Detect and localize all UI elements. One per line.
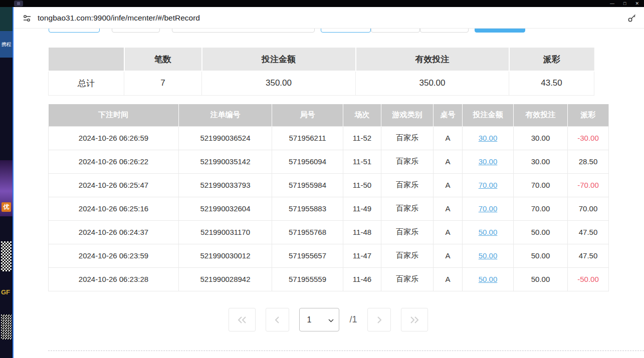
cell-bet-amount: 70.00	[463, 197, 514, 220]
bet-amount-link[interactable]: 50.00	[479, 251, 498, 260]
cell-table-no: A	[434, 173, 463, 197]
search-input-partial[interactable]	[172, 29, 315, 33]
summary-header-payout: 派彩	[509, 48, 594, 71]
cell-game-type: 百家乐	[381, 150, 434, 173]
summary-header-row: 笔数 投注金额 有效投注 派彩	[49, 48, 594, 71]
browser-titlebar: — □ ✕	[0, 0, 644, 7]
cell-order-id: 521990030012	[179, 244, 272, 267]
cell-round-id: 571955768	[272, 220, 343, 244]
maximize-button[interactable]: □	[623, 1, 626, 6]
summary-header-count: 笔数	[124, 48, 202, 71]
bet-row: 2024-10-26 06:25:16521990032604571955883…	[49, 197, 609, 220]
bet-amount-link[interactable]: 70.00	[479, 204, 498, 213]
url-field[interactable]: tongbao31.com:9900/infe/mcenter/#/betRec…	[38, 7, 200, 29]
strip-you-badge: 优	[2, 202, 11, 212]
cell-bet-time: 2024-10-26 06:25:16	[49, 197, 179, 220]
summary-total-payout: 43.50	[509, 71, 594, 95]
cell-game-type: 百家乐	[381, 244, 434, 267]
summary-total-valid-bet: 350.00	[356, 71, 509, 95]
cell-round-id: 571955657	[272, 244, 343, 267]
summary-total-label: 总计	[49, 71, 124, 95]
cell-valid-bet: 50.00	[514, 244, 568, 267]
cell-session: 11-51	[343, 150, 381, 173]
cell-valid-bet: 30.00	[514, 126, 568, 150]
cell-order-id: 521990028942	[179, 267, 272, 291]
minimize-button[interactable]: —	[610, 1, 614, 6]
address-bar: tongbao31.com:9900/infe/mcenter/#/betRec…	[14, 7, 644, 29]
cell-bet-amount: 30.00	[463, 150, 514, 173]
filter-tab-partial-2[interactable]	[112, 29, 160, 33]
next-page-button[interactable]	[367, 308, 391, 331]
qr-code-icon-2	[1, 314, 12, 339]
cell-payout: -50.00	[568, 267, 609, 291]
bet-amount-link[interactable]: 50.00	[479, 228, 498, 236]
bet-amount-link[interactable]: 30.00	[479, 134, 498, 142]
cell-game-type: 百家乐	[381, 126, 434, 150]
cell-bet-time: 2024-10-26 06:23:59	[49, 244, 179, 267]
bet-row: 2024-10-26 06:25:47521990033793571955984…	[49, 173, 609, 197]
filter-tab-partial-1[interactable]	[49, 29, 100, 33]
last-page-button[interactable]	[401, 308, 428, 331]
cell-valid-bet: 50.00	[514, 220, 568, 244]
cell-game-type: 百家乐	[381, 267, 434, 291]
header-bet-time: 下注时间	[49, 104, 179, 126]
header-order-id: 注单编号	[179, 104, 272, 126]
qr-code-icon	[1, 241, 12, 271]
cell-payout: 70.00	[568, 197, 609, 220]
date-range-button-1[interactable]	[321, 29, 371, 33]
site-settings-icon[interactable]	[22, 13, 33, 24]
cell-order-id: 521990035142	[179, 150, 272, 173]
strip-segment-teal	[0, 6, 13, 31]
bet-row: 2024-10-26 06:26:22521990035142571956094…	[49, 150, 609, 173]
cell-session: 11-46	[343, 267, 381, 291]
search-button-partial[interactable]	[475, 29, 525, 33]
cell-bet-time: 2024-10-26 06:23:28	[49, 267, 179, 291]
header-round-id: 局号	[272, 104, 343, 126]
cell-payout: -30.00	[568, 126, 609, 150]
cell-table-no: A	[434, 197, 463, 220]
password-key-icon[interactable]	[627, 13, 637, 23]
close-button[interactable]: ✕	[635, 1, 639, 6]
cell-payout: 28.50	[568, 150, 609, 173]
cell-bet-amount: 70.00	[463, 173, 514, 197]
cell-table-no: A	[434, 126, 463, 150]
page-select[interactable]: 1	[299, 308, 339, 331]
cell-table-no: A	[434, 244, 463, 267]
cell-valid-bet: 30.00	[514, 150, 568, 173]
cell-session: 11-50	[343, 173, 381, 197]
bet-amount-link[interactable]: 50.00	[479, 275, 498, 283]
window-controls: — □ ✕	[610, 0, 639, 7]
cell-order-id: 521990036524	[179, 126, 272, 150]
cell-order-id: 521990031170	[179, 220, 272, 244]
bet-amount-link[interactable]: 70.00	[479, 181, 498, 189]
background-window-strip: 携程 优 GF	[0, 0, 13, 358]
date-range-button-3[interactable]	[420, 29, 469, 33]
cell-game-type: 百家乐	[381, 173, 434, 197]
cell-session: 11-48	[343, 220, 381, 244]
cell-valid-bet: 70.00	[514, 197, 568, 220]
cell-round-id: 571955984	[272, 173, 343, 197]
bet-row: 2024-10-26 06:23:28521990028942571955559…	[49, 267, 609, 291]
summary-table: 笔数 投注金额 有效投注 派彩 总计 7 350.00 350.00 43.50	[48, 48, 594, 96]
page-select-value: 1	[307, 315, 311, 324]
first-page-button[interactable]	[229, 308, 256, 331]
bet-row: 2024-10-26 06:23:59521990030012571955657…	[49, 244, 609, 267]
cell-bet-amount: 50.00	[463, 220, 514, 244]
cell-payout: 47.50	[568, 244, 609, 267]
date-range-button-2[interactable]	[371, 29, 420, 33]
summary-header-bet-amount: 投注金额	[202, 48, 356, 71]
summary-header-valid-bet: 有效投注	[356, 48, 509, 71]
bet-amount-link[interactable]: 30.00	[479, 157, 498, 166]
cell-valid-bet: 70.00	[514, 173, 568, 197]
cell-table-no: A	[434, 220, 463, 244]
tab-favicon-icon[interactable]	[14, 1, 23, 7]
cell-round-id: 571955559	[272, 267, 343, 291]
prev-page-button[interactable]	[266, 308, 289, 331]
header-session: 场次	[343, 104, 381, 126]
cell-table-no: A	[434, 150, 463, 173]
strip-gf-label: GF	[1, 288, 10, 296]
bet-table-body: 2024-10-26 06:26:59521990036524571956211…	[49, 126, 609, 291]
cell-bet-time: 2024-10-26 06:24:37	[49, 220, 179, 244]
bet-table-header-row: 下注时间 注单编号 局号 场次 游戏类别 桌号 投注金额 有效投注 派彩	[49, 104, 609, 126]
cell-order-id: 521990033793	[179, 173, 272, 197]
